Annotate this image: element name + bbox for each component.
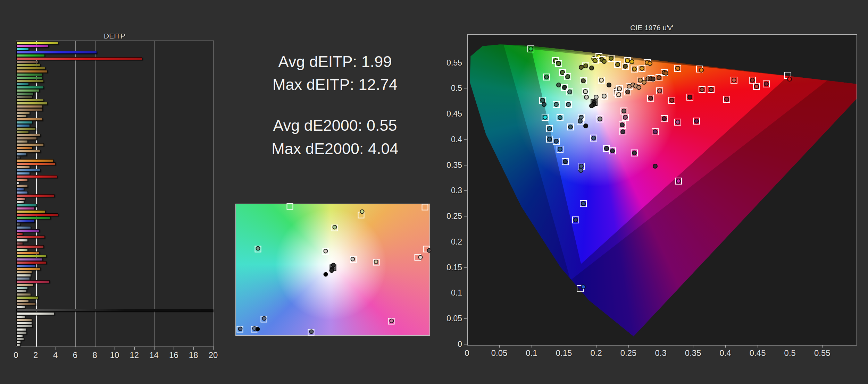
deitp-x-tick-label: 6: [61, 350, 89, 360]
deitp-bar: [16, 42, 58, 44]
deitp-bar: [16, 223, 20, 226]
deitp-bar: [16, 296, 39, 299]
cie-measured-point: [657, 88, 662, 93]
ab-measured-point: [324, 272, 328, 277]
cie-measured-point: [598, 117, 602, 121]
cie-measured-point: [602, 59, 607, 64]
avg-deitp-value: Avg dEITP: 1.99: [240, 53, 431, 71]
deitp-bar: [16, 143, 44, 146]
deitp-bar: [16, 178, 28, 181]
cie-x-tick-label: 0: [453, 348, 481, 358]
cie-measured-point: [623, 64, 628, 69]
cie-measured-point: [581, 78, 586, 83]
max-deitp-value: Max dEITP: 12.74: [240, 76, 431, 94]
deitp-bar: [16, 92, 34, 95]
cie-measured-point: [554, 102, 559, 107]
ab-measured-point: [351, 257, 355, 261]
deitp-bar: [16, 194, 55, 197]
cie-y-tick-label: 0.05: [433, 314, 462, 323]
deitp-bar: [16, 80, 44, 83]
cie-measured-point: [567, 89, 572, 94]
deitp-bar: [16, 51, 97, 54]
deitp-bar: [16, 172, 30, 175]
deitp-x-tick-label: 20: [199, 350, 227, 360]
deitp-bar: [16, 283, 34, 286]
deitp-bar: [16, 213, 58, 216]
cie-measured-point: [662, 116, 667, 121]
cie-measured-point: [558, 115, 562, 120]
cie-y-tick-label: 0.4: [433, 135, 462, 144]
deitp-bar: [16, 239, 28, 242]
deitp-bar: [16, 226, 31, 229]
cie-measured-point: [625, 58, 630, 63]
deitp-x-tick-label: 4: [42, 350, 69, 360]
deitp-bar: [16, 89, 40, 92]
deitp-bar: [16, 232, 23, 235]
cie-measured-point: [609, 56, 614, 61]
deitp-bar: [16, 191, 28, 194]
cie-x-tick-label: 0.1: [518, 348, 545, 358]
deitp-x-tick: [36, 347, 36, 350]
cie-x-tick-label: 0.5: [776, 348, 804, 358]
deitp-x-tick: [56, 347, 56, 350]
deitp-x-tick: [193, 347, 194, 350]
deitp-x-tick-label: 0: [2, 350, 30, 360]
cie-measured-point: [607, 83, 611, 87]
deitp-bar: [16, 73, 43, 76]
cie-measured-point: [547, 126, 552, 131]
deitp-bar: [16, 267, 41, 270]
cie-measured-point: [528, 46, 533, 51]
cie-measured-point: [754, 84, 759, 89]
cie-measured-point: [578, 168, 583, 173]
cie-y-tick-label: 0.15: [433, 263, 462, 272]
deitp-gridline: [155, 41, 155, 347]
cie-measured-point: [581, 201, 586, 206]
cie-measured-point: [581, 284, 586, 289]
deitp-bar: [16, 124, 30, 127]
deitp-bar: [16, 137, 37, 140]
deitp-x-tick-label: 16: [160, 350, 187, 360]
deitp-bar: [16, 175, 57, 178]
deitp-bar: [16, 251, 40, 254]
cie-x-tick-label: 0.25: [615, 348, 642, 358]
cie-measured-point: [648, 96, 653, 101]
cie-y-tick-label: 0.3: [433, 186, 462, 195]
cie-measured-point: [669, 98, 674, 103]
deitp-plot-area: [16, 41, 214, 347]
cie-measured-point: [556, 61, 561, 66]
deitp-bar: [16, 306, 25, 308]
deitp-bar: [16, 102, 48, 105]
deitp-bar: [16, 105, 43, 108]
ab-measured-point: [389, 318, 394, 323]
deitp-bar: [16, 328, 26, 331]
deitp-bar: [16, 309, 213, 312]
deitp-bar: [16, 64, 41, 67]
color-calibration-report: DEITP 02468101214161820 Avg dEITP: 1.99 …: [0, 0, 868, 384]
cie-measured-point: [615, 62, 620, 67]
deitp-bar: [16, 344, 20, 347]
ab-target-square: [422, 204, 428, 210]
cie-plot-area: [467, 34, 857, 345]
cie-measured-point: [583, 123, 588, 128]
deitp-bar: [16, 261, 47, 264]
cie-measured-point: [589, 66, 594, 70]
cie-x-tick-label: 0.2: [582, 348, 610, 358]
deitp-bar: [16, 57, 142, 60]
deitp-bar: [16, 54, 45, 57]
cie-measured-point: [699, 68, 704, 72]
deitp-bar: [16, 280, 50, 283]
deitp-bar: [16, 165, 30, 168]
deitp-bar: [16, 156, 20, 159]
cie-y-tick: [464, 63, 467, 63]
cie-y-tick: [464, 242, 467, 242]
deitp-gridline: [135, 41, 135, 347]
deitp-bar: [16, 153, 27, 156]
cie-measured-point: [554, 139, 559, 144]
deitp-bar: [16, 146, 33, 149]
cie-measured-point: [750, 78, 755, 83]
cie-y-tick: [464, 344, 467, 344]
cie-measured-point: [687, 95, 692, 100]
ab-measured-point: [360, 209, 364, 214]
cie-measured-point: [558, 147, 562, 152]
deitp-bar: [16, 302, 36, 305]
